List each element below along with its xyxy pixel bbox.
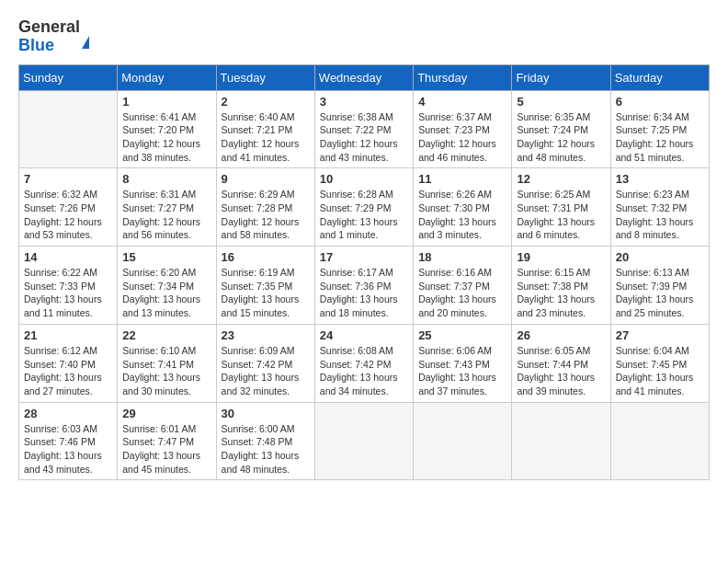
day-info: Sunrise: 6:35 AMSunset: 7:24 PMDaylight:… <box>517 110 605 165</box>
day-number: 29 <box>122 407 210 420</box>
calendar-cell: 8Sunrise: 6:31 AMSunset: 7:27 PMDaylight… <box>118 168 216 247</box>
day-number: 17 <box>320 250 408 264</box>
calendar-cell <box>19 90 118 168</box>
day-info: Sunrise: 6:19 AMSunset: 7:35 PMDaylight:… <box>222 266 310 320</box>
weekday-header: Thursday <box>414 64 512 90</box>
day-info: Sunrise: 6:41 AMSunset: 7:20 PMDaylight:… <box>122 110 210 165</box>
calendar-cell: 23Sunrise: 6:09 AMSunset: 7:42 PMDayligh… <box>216 324 314 402</box>
day-number: 25 <box>418 328 506 342</box>
day-number: 16 <box>222 250 310 264</box>
day-info: Sunrise: 6:03 AMSunset: 7:46 PMDaylight:… <box>24 422 112 477</box>
day-number: 14 <box>24 250 112 264</box>
day-number: 4 <box>418 95 506 109</box>
day-info: Sunrise: 6:29 AMSunset: 7:28 PMDaylight:… <box>222 188 310 242</box>
page-header: General Blue <box>18 18 710 55</box>
day-number: 9 <box>222 172 310 186</box>
calendar-cell: 20Sunrise: 6:13 AMSunset: 7:39 PMDayligh… <box>610 247 709 325</box>
day-info: Sunrise: 6:40 AMSunset: 7:21 PMDaylight:… <box>222 110 310 165</box>
day-number: 19 <box>517 250 605 264</box>
calendar-cell: 15Sunrise: 6:20 AMSunset: 7:34 PMDayligh… <box>118 247 216 325</box>
day-info: Sunrise: 6:13 AMSunset: 7:39 PMDaylight:… <box>616 266 704 320</box>
day-info: Sunrise: 6:01 AMSunset: 7:47 PMDaylight:… <box>122 422 210 477</box>
day-info: Sunrise: 6:26 AMSunset: 7:30 PMDaylight:… <box>418 188 506 242</box>
day-info: Sunrise: 6:32 AMSunset: 7:26 PMDaylight:… <box>24 188 112 242</box>
calendar-cell: 7Sunrise: 6:32 AMSunset: 7:26 PMDaylight… <box>19 168 118 247</box>
calendar-cell: 17Sunrise: 6:17 AMSunset: 7:36 PMDayligh… <box>314 247 413 325</box>
day-number: 15 <box>122 250 210 264</box>
day-info: Sunrise: 6:23 AMSunset: 7:32 PMDaylight:… <box>616 188 704 242</box>
weekday-header: Tuesday <box>216 64 314 90</box>
day-number: 7 <box>24 172 112 186</box>
calendar-cell: 22Sunrise: 6:10 AMSunset: 7:41 PMDayligh… <box>118 324 216 402</box>
day-info: Sunrise: 6:15 AMSunset: 7:38 PMDaylight:… <box>517 266 605 320</box>
calendar-cell: 30Sunrise: 6:00 AMSunset: 7:48 PMDayligh… <box>216 402 314 480</box>
day-info: Sunrise: 6:05 AMSunset: 7:44 PMDaylight:… <box>517 344 605 398</box>
day-number: 28 <box>24 407 112 420</box>
calendar-cell: 13Sunrise: 6:23 AMSunset: 7:32 PMDayligh… <box>610 168 709 247</box>
day-info: Sunrise: 6:25 AMSunset: 7:31 PMDaylight:… <box>517 188 605 242</box>
calendar-cell: 26Sunrise: 6:05 AMSunset: 7:44 PMDayligh… <box>512 324 610 402</box>
day-number: 24 <box>320 328 408 342</box>
calendar-table: SundayMondayTuesdayWednesdayThursdayFrid… <box>18 64 710 481</box>
day-info: Sunrise: 6:06 AMSunset: 7:43 PMDaylight:… <box>418 344 506 398</box>
calendar-cell <box>512 402 610 480</box>
calendar-cell: 29Sunrise: 6:01 AMSunset: 7:47 PMDayligh… <box>118 402 216 480</box>
logo-icon <box>82 17 89 49</box>
day-info: Sunrise: 6:34 AMSunset: 7:25 PMDaylight:… <box>616 110 704 165</box>
calendar-cell: 11Sunrise: 6:26 AMSunset: 7:30 PMDayligh… <box>414 168 512 247</box>
day-info: Sunrise: 6:10 AMSunset: 7:41 PMDaylight:… <box>122 344 210 398</box>
day-info: Sunrise: 6:04 AMSunset: 7:45 PMDaylight:… <box>616 344 704 398</box>
calendar-cell: 9Sunrise: 6:29 AMSunset: 7:28 PMDaylight… <box>216 168 314 247</box>
calendar-cell: 4Sunrise: 6:37 AMSunset: 7:23 PMDaylight… <box>414 90 512 168</box>
day-number: 27 <box>616 328 704 342</box>
calendar-cell <box>414 402 512 480</box>
day-number: 1 <box>122 95 210 109</box>
calendar-cell: 1Sunrise: 6:41 AMSunset: 7:20 PMDaylight… <box>118 90 216 168</box>
day-info: Sunrise: 6:17 AMSunset: 7:36 PMDaylight:… <box>320 266 408 320</box>
day-number: 2 <box>222 95 310 109</box>
day-info: Sunrise: 6:28 AMSunset: 7:29 PMDaylight:… <box>320 188 408 242</box>
weekday-header: Friday <box>512 64 610 90</box>
calendar-cell <box>610 402 709 480</box>
day-number: 26 <box>517 328 605 342</box>
day-number: 13 <box>616 172 704 186</box>
day-number: 23 <box>222 328 310 342</box>
calendar-cell: 2Sunrise: 6:40 AMSunset: 7:21 PMDaylight… <box>216 90 314 168</box>
calendar-cell: 12Sunrise: 6:25 AMSunset: 7:31 PMDayligh… <box>512 168 610 247</box>
calendar-cell: 18Sunrise: 6:16 AMSunset: 7:37 PMDayligh… <box>414 247 512 325</box>
weekday-header: Monday <box>118 64 216 90</box>
calendar-cell: 14Sunrise: 6:22 AMSunset: 7:33 PMDayligh… <box>19 247 118 325</box>
logo-blue: Blue <box>18 36 54 54</box>
day-number: 20 <box>616 250 704 264</box>
day-info: Sunrise: 6:09 AMSunset: 7:42 PMDaylight:… <box>222 344 310 398</box>
calendar-cell: 27Sunrise: 6:04 AMSunset: 7:45 PMDayligh… <box>610 324 709 402</box>
day-number: 12 <box>517 172 605 186</box>
calendar-cell: 24Sunrise: 6:08 AMSunset: 7:42 PMDayligh… <box>314 324 413 402</box>
day-number: 30 <box>222 407 310 420</box>
calendar-cell: 10Sunrise: 6:28 AMSunset: 7:29 PMDayligh… <box>314 168 413 247</box>
day-info: Sunrise: 6:08 AMSunset: 7:42 PMDaylight:… <box>320 344 408 398</box>
day-number: 21 <box>24 328 112 342</box>
calendar-cell: 21Sunrise: 6:12 AMSunset: 7:40 PMDayligh… <box>19 324 118 402</box>
day-number: 8 <box>122 172 210 186</box>
day-info: Sunrise: 6:16 AMSunset: 7:37 PMDaylight:… <box>418 266 506 320</box>
calendar-cell: 16Sunrise: 6:19 AMSunset: 7:35 PMDayligh… <box>216 247 314 325</box>
day-info: Sunrise: 6:12 AMSunset: 7:40 PMDaylight:… <box>24 344 112 398</box>
day-info: Sunrise: 6:38 AMSunset: 7:22 PMDaylight:… <box>320 110 408 165</box>
day-info: Sunrise: 6:22 AMSunset: 7:33 PMDaylight:… <box>24 266 112 320</box>
day-number: 5 <box>517 95 605 109</box>
day-number: 22 <box>122 328 210 342</box>
day-info: Sunrise: 6:20 AMSunset: 7:34 PMDaylight:… <box>122 266 210 320</box>
logo-general: General <box>18 17 80 36</box>
calendar-cell: 5Sunrise: 6:35 AMSunset: 7:24 PMDaylight… <box>512 90 610 168</box>
calendar-cell: 28Sunrise: 6:03 AMSunset: 7:46 PMDayligh… <box>19 402 118 480</box>
day-number: 11 <box>418 172 506 186</box>
day-number: 18 <box>418 250 506 264</box>
day-info: Sunrise: 6:31 AMSunset: 7:27 PMDaylight:… <box>122 188 210 242</box>
day-info: Sunrise: 6:37 AMSunset: 7:23 PMDaylight:… <box>418 110 506 165</box>
day-number: 3 <box>320 95 408 109</box>
calendar-cell: 25Sunrise: 6:06 AMSunset: 7:43 PMDayligh… <box>414 324 512 402</box>
calendar-cell: 19Sunrise: 6:15 AMSunset: 7:38 PMDayligh… <box>512 247 610 325</box>
weekday-header: Saturday <box>610 64 709 90</box>
day-info: Sunrise: 6:00 AMSunset: 7:48 PMDaylight:… <box>222 422 310 477</box>
